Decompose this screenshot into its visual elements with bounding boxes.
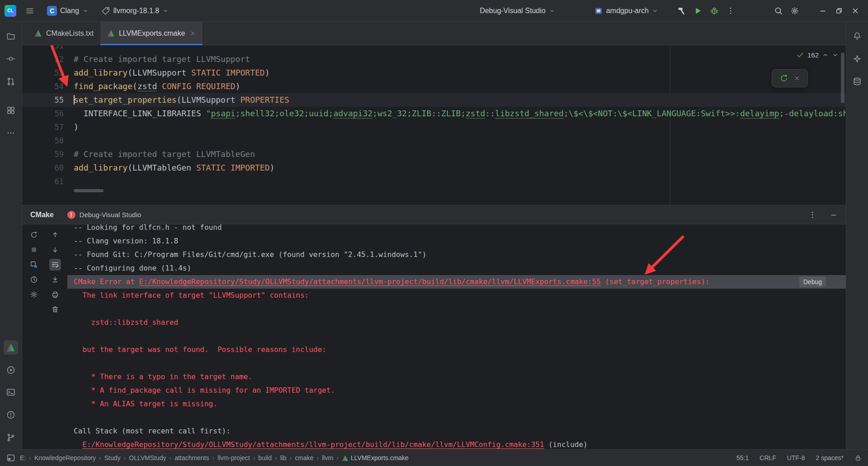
ide-window: CL C Clang llvmorg-18.1.8 Debug-Visual S… [0, 0, 868, 466]
search-everywhere-button[interactable] [770, 3, 787, 19]
breadcrumb-file[interactable]: LLVMExports.cmake [341, 454, 410, 461]
stripe-item-structure[interactable] [4, 103, 18, 118]
next-message-button[interactable] [49, 244, 61, 256]
console-line: CMake Error at E:/KnowledgeRepository/St… [67, 275, 846, 289]
tool-window-options-icon[interactable] [808, 210, 817, 219]
code-editor[interactable]: 5152# Create imported target LLVMSupport… [22, 45, 846, 205]
gear-icon [30, 290, 38, 299]
minimize-button[interactable] [815, 3, 831, 19]
console-text: zstd::libzstd_shared [74, 318, 178, 327]
console-line [67, 302, 846, 316]
build-button[interactable] [674, 3, 690, 19]
search-icon [774, 6, 783, 15]
stripe-item-run-toolwindow[interactable] [4, 363, 18, 377]
status-file-encoding[interactable]: UTF-8 [787, 454, 805, 461]
stop-button[interactable] [28, 244, 40, 256]
horizontal-scrollbar[interactable] [74, 189, 104, 192]
breadcrumb-item[interactable]: Study [104, 454, 122, 461]
clear-all-button[interactable] [49, 304, 61, 315]
restore-button[interactable] [831, 3, 847, 19]
code-line-61[interactable]: 61 [22, 175, 846, 188]
console-text: CMake Error at [74, 277, 139, 286]
code-line-51[interactable]: 51 [22, 45, 846, 52]
breadcrumb-item[interactable]: KnowledgeRepository [33, 454, 97, 461]
reload-cmake-icon[interactable] [779, 74, 788, 83]
print-button[interactable] [49, 289, 61, 300]
close-button[interactable] [847, 3, 863, 19]
console-line: but the target was not found. Possible r… [67, 343, 846, 357]
inspections-widget[interactable]: 162 [796, 51, 839, 59]
breadcrumb-item[interactable]: attachments [174, 454, 210, 461]
lock-icon[interactable] [854, 454, 862, 461]
close-icon[interactable] [794, 75, 800, 81]
scroll-to-end-button[interactable] [49, 274, 61, 285]
breadcrumb-item[interactable]: lib [279, 454, 288, 461]
main-menu-button[interactable] [22, 3, 38, 19]
cmake-console[interactable]: -- Looking for dlfcn.h - not found-- Cla… [67, 224, 846, 449]
breadcrumb-item[interactable]: build [257, 454, 273, 461]
code-line-56[interactable]: 56 INTERFACE_LINK_LIBRARIES "psapi;shell… [22, 107, 846, 120]
prev-message-button[interactable] [49, 229, 61, 241]
code-line-54[interactable]: 54find_package(zstd CONFIG REQUIRED) [22, 80, 846, 93]
reload-cmake-popup[interactable] [772, 69, 808, 87]
stripe-item-notifications[interactable] [850, 29, 864, 43]
close-tab-icon[interactable] [190, 30, 196, 36]
project-widget[interactable]: C Clang [43, 4, 92, 18]
tab-LLVMExports.cmake[interactable]: LLVMExports.cmake [100, 22, 203, 45]
error-file-link[interactable]: E:/KnowledgeRepository/Study/OLLVMStudy/… [82, 440, 544, 449]
breadcrumb-item[interactable]: llvm [321, 454, 334, 461]
console-line: -- Looking for dlfcn.h - not found [67, 224, 846, 234]
status-line-separator[interactable]: CRLF [760, 454, 776, 461]
code-line-52[interactable]: 52# Create imported target LLVMSupport [22, 52, 846, 66]
run-config-icon [594, 6, 603, 15]
breadcrumb-item[interactable]: OLLVMStudy [128, 454, 167, 461]
play-icon [693, 6, 703, 15]
stripe-item-ai-assistant[interactable] [850, 52, 864, 66]
stripe-item-pull-requests[interactable] [4, 74, 18, 89]
stripe-item-problems[interactable] [4, 408, 18, 422]
code-line-55[interactable]: 55set_target_properties(LLVMSupport PROP… [22, 93, 846, 107]
stripe-item-database[interactable] [850, 74, 864, 89]
settings-button[interactable] [28, 289, 40, 300]
breadcrumb-item[interactable]: llvm-project [217, 454, 251, 461]
cmake-icon [34, 29, 42, 37]
line-content: ) [74, 120, 79, 134]
tool-window-tab[interactable]: ! Debug-Visual Studio [67, 211, 141, 219]
more-actions-button[interactable] [722, 3, 739, 19]
breadcrumb-separator-icon: › [123, 454, 127, 461]
recent-button[interactable] [28, 274, 40, 285]
vertical-scrollbar[interactable] [841, 52, 844, 103]
breadcrumb-item[interactable]: E: [19, 454, 27, 461]
tool-window-layout-icon[interactable] [6, 453, 15, 462]
code-line-53[interactable]: 53add_library(LLVMSupport STATIC IMPORTE… [22, 66, 846, 80]
code-line-58[interactable]: 58 [22, 134, 846, 147]
tab-CMakeLists.txt[interactable]: CMakeLists.txt [28, 22, 100, 45]
stripe-item-version-control[interactable] [4, 430, 18, 445]
stripe-item-commit[interactable] [4, 52, 18, 66]
cmake-profile-selector[interactable]: Debug-Visual Studio [476, 5, 559, 17]
code-line-60[interactable]: 60add_library(LLVMTableGen STATIC IMPORT… [22, 161, 846, 175]
status-indent-style[interactable]: 2 spaces* [816, 454, 844, 461]
stripe-item-cmake-toolwindow[interactable] [4, 340, 18, 355]
error-file-link[interactable]: E:/KnowledgeRepository/Study/OLLVMStudy/… [139, 277, 601, 286]
chevron-up-icon[interactable] [822, 52, 829, 58]
run-configuration-selector[interactable]: amdgpu-arch [590, 4, 662, 18]
chevron-down-icon[interactable] [832, 52, 839, 58]
status-caret-position[interactable]: 55:1 [736, 454, 749, 461]
stripe-item-terminal[interactable] [4, 385, 18, 399]
code-line-59[interactable]: 59# Create imported target LLVMTableGen [22, 147, 846, 161]
kebab-icon [726, 6, 735, 15]
run-button[interactable] [690, 3, 706, 19]
right-tool-stripe [846, 22, 868, 449]
hide-tool-window-icon[interactable] [830, 211, 838, 219]
stripe-item-more-tools[interactable] [4, 126, 18, 140]
debug-button[interactable] [706, 3, 722, 19]
cmake-settings-button[interactable] [28, 259, 40, 271]
breadcrumb-item[interactable]: cmake [294, 454, 314, 461]
settings-button[interactable] [787, 3, 803, 19]
stripe-item-project[interactable] [4, 29, 18, 43]
git-branch-widget[interactable]: llvmorg-18.1.8 [98, 4, 172, 18]
reload-cmake-button[interactable] [28, 229, 40, 241]
code-line-57[interactable]: 57) [22, 120, 846, 134]
soft-wrap-button[interactable] [49, 259, 61, 271]
